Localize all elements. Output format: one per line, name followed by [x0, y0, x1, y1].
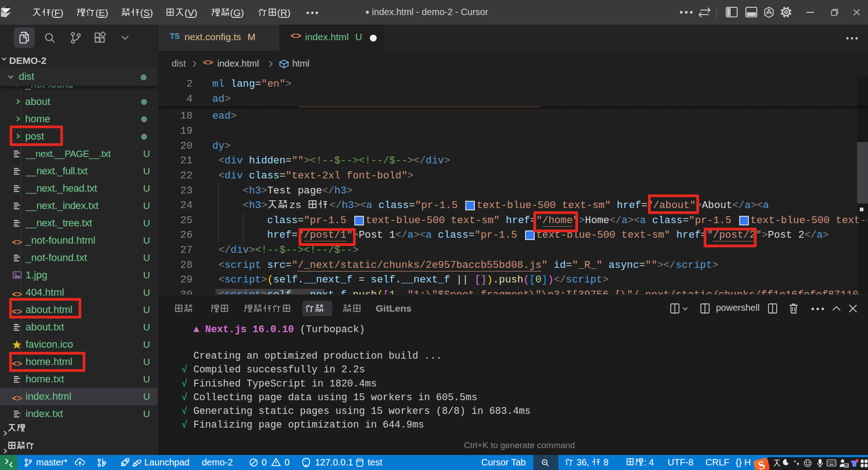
svg-text:45: 45: [845, 464, 848, 468]
